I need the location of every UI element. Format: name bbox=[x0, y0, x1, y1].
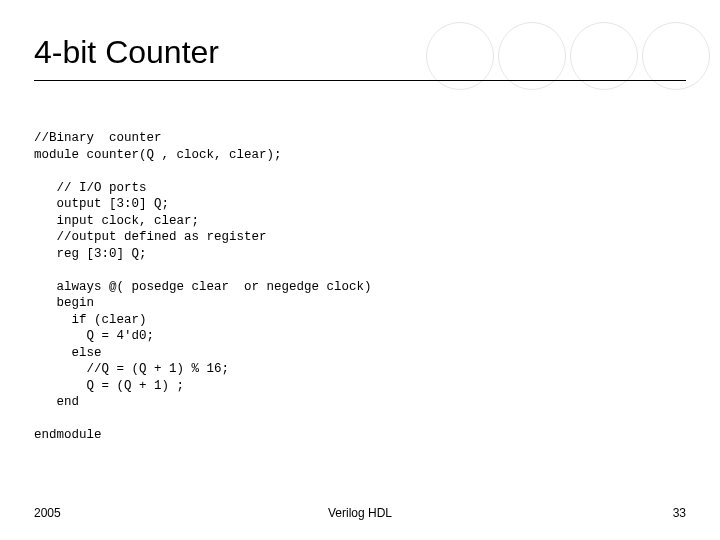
title-underline bbox=[34, 80, 686, 81]
footer-year: 2005 bbox=[34, 506, 61, 520]
footer-page-number: 33 bbox=[673, 506, 686, 520]
slide-title: 4-bit Counter bbox=[34, 34, 219, 71]
footer-subject: Verilog HDL bbox=[328, 506, 392, 520]
code-block: //Binary counter module counter(Q , cloc… bbox=[34, 130, 372, 444]
